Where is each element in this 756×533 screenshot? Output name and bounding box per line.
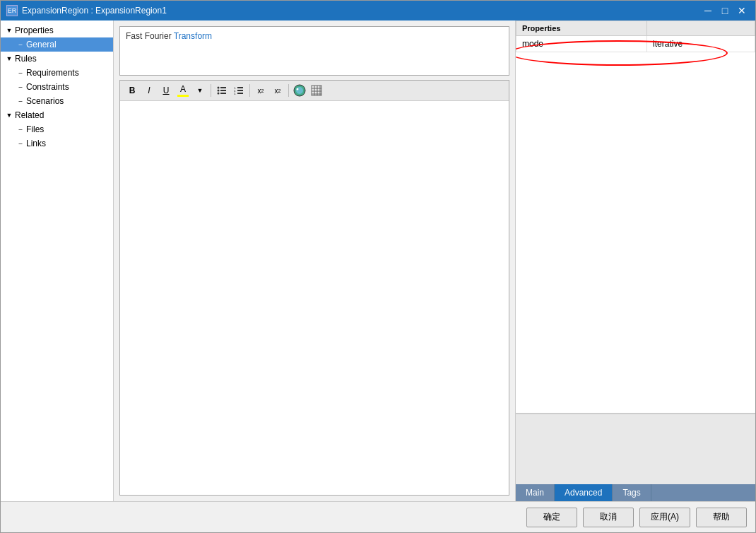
expander-general: – <box>15 39 26 50</box>
svg-rect-7 <box>237 87 243 88</box>
description-text-plain: Fast Fourier <box>126 31 174 41</box>
tab-advanced[interactable]: Advanced <box>555 484 613 501</box>
main-window: ER ExpansionRegion : ExpansionRegion1 ─ … <box>0 0 756 533</box>
window-icon: ER <box>6 5 18 16</box>
svg-rect-9 <box>237 90 243 91</box>
minimize-button[interactable]: ─ <box>700 4 716 18</box>
cancel-button[interactable]: 取消 <box>583 508 634 527</box>
expander-requirements: – <box>15 67 26 78</box>
svg-rect-1 <box>220 87 226 88</box>
sidebar-item-requirements[interactable]: – Requirements <box>1 66 113 80</box>
sidebar-label-properties: Properties <box>15 25 54 35</box>
expander-files: – <box>15 124 26 135</box>
sidebar-item-scenarios[interactable]: – Scenarios <box>1 94 113 108</box>
sidebar-item-rules[interactable]: ▼ Rules <box>1 52 113 66</box>
sidebar-label-constraints: Constraints <box>26 82 69 92</box>
separator-3 <box>288 84 289 97</box>
bullet-list-icon <box>217 86 227 95</box>
table-row: mode iterative <box>516 36 755 52</box>
sidebar-item-related[interactable]: ▼ Related <box>1 108 113 122</box>
sidebar-item-files[interactable]: – Files <box>1 122 113 136</box>
sidebar-label-requirements: Requirements <box>26 68 79 78</box>
numbered-list-icon: 1. 2. 3. <box>234 86 244 95</box>
color-bar <box>177 95 189 97</box>
title-bar-left: ER ExpansionRegion : ExpansionRegion1 <box>6 5 167 16</box>
insert-table-icon <box>311 85 322 96</box>
expander-scenarios: – <box>15 95 26 107</box>
sidebar-label-links: Links <box>26 139 46 148</box>
sidebar-item-links[interactable]: – Links <box>1 136 113 151</box>
editor-toolbar: B I U A ▼ <box>120 81 509 101</box>
numbered-list-button[interactable]: 1. 2. 3. <box>231 83 247 98</box>
separator-2 <box>249 84 250 97</box>
center-panel: Fast Fourier Transform B I U A ▼ <box>114 20 515 501</box>
editor-body[interactable] <box>120 101 509 495</box>
svg-rect-5 <box>220 93 226 94</box>
svg-text:3.: 3. <box>234 92 236 95</box>
property-name: mode <box>516 36 647 52</box>
expander-rules[interactable]: ▼ <box>4 53 15 64</box>
right-panel: Properties mode iterative <box>515 20 755 501</box>
title-bar: ER ExpansionRegion : ExpansionRegion1 ─ … <box>1 1 755 20</box>
properties-table: Properties mode iterative <box>516 20 755 52</box>
svg-point-4 <box>218 93 220 95</box>
sidebar-label-related: Related <box>15 110 44 120</box>
tab-tags[interactable]: Tags <box>613 484 651 501</box>
col-header-value <box>647 21 755 36</box>
separator-1 <box>211 84 211 97</box>
expander-constraints: – <box>15 81 26 93</box>
properties-table-area: Properties mode iterative <box>516 20 755 414</box>
sidebar-label-general: General <box>26 40 57 49</box>
font-color-letter: A <box>180 84 186 94</box>
editor-area: B I U A ▼ <box>119 80 509 496</box>
bold-button[interactable]: B <box>124 83 140 98</box>
superscript-button[interactable]: x2 <box>253 83 268 98</box>
maximize-button[interactable]: □ <box>717 4 733 18</box>
insert-image-icon <box>293 84 306 97</box>
svg-rect-3 <box>220 90 226 91</box>
font-color-button[interactable]: A <box>175 83 191 98</box>
svg-rect-11 <box>237 93 243 94</box>
ok-button[interactable]: 确定 <box>526 508 577 527</box>
main-content: ▼ Properties – General ▼ Rules – Require… <box>1 20 755 501</box>
expander-links: – <box>15 138 26 149</box>
tab-bar: Main Advanced Tags <box>516 484 755 501</box>
props-table-wrapper: Properties mode iterative <box>516 20 755 52</box>
description-box: Fast Fourier Transform <box>119 26 509 76</box>
expander-related[interactable]: ▼ <box>4 110 15 121</box>
subscript-button[interactable]: x2 <box>270 83 285 98</box>
svg-point-13 <box>296 87 303 94</box>
insert-image-button[interactable] <box>292 83 307 98</box>
action-bar: 确定 取消 应用(A) 帮助 <box>1 501 755 532</box>
sidebar-item-properties[interactable]: ▼ Properties <box>1 23 113 37</box>
sidebar-label-scenarios: Scenarios <box>26 96 64 106</box>
help-button[interactable]: 帮助 <box>696 508 747 527</box>
title-controls: ─ □ ✕ <box>700 4 750 18</box>
close-button[interactable]: ✕ <box>734 4 750 18</box>
sidebar-item-general[interactable]: – General <box>1 37 113 52</box>
apply-button[interactable]: 应用(A) <box>639 508 690 527</box>
col-header-property: Properties <box>516 21 647 36</box>
sidebar-label-files: Files <box>26 124 44 134</box>
insert-table-button[interactable] <box>309 83 324 98</box>
tab-main[interactable]: Main <box>516 484 555 501</box>
property-value: iterative <box>647 36 755 52</box>
underline-button[interactable]: U <box>158 83 174 98</box>
sidebar-label-rules: Rules <box>15 54 37 64</box>
svg-point-2 <box>218 90 220 92</box>
svg-point-14 <box>297 88 299 90</box>
italic-button[interactable]: I <box>141 83 157 98</box>
dropdown-arrow[interactable]: ▼ <box>192 83 208 98</box>
sidebar: ▼ Properties – General ▼ Rules – Require… <box>1 20 114 501</box>
window-title: ExpansionRegion : ExpansionRegion1 <box>22 6 167 16</box>
svg-point-0 <box>218 87 220 89</box>
bullet-list-button[interactable] <box>214 83 230 98</box>
description-text-link[interactable]: Transform <box>174 31 212 41</box>
right-bottom-area <box>516 414 755 484</box>
sidebar-item-constraints[interactable]: – Constraints <box>1 80 113 94</box>
expander-properties[interactable]: ▼ <box>4 25 15 36</box>
